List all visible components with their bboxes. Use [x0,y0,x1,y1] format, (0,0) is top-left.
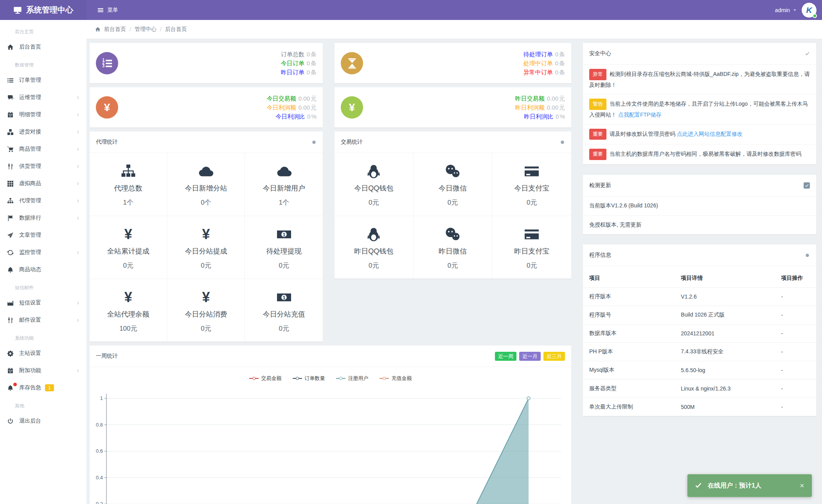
chevron-right-icon [76,250,80,255]
sidebar-item-进货对接[interactable]: 进货对接 [0,123,86,140]
sidebar-section-label: 系统功能 [0,329,86,345]
gear-icon [7,350,14,357]
sidebar-item-主站设置[interactable]: 主站设置 [0,345,86,362]
checkbox-checked-icon[interactable] [804,182,810,189]
security-panel: 安全中心 异常检测到根目录存在压缩包秋云商城-特供版_AaBDF.zip，为避免… [583,43,816,164]
calendar-icon [7,112,14,118]
table-header: 项目操作 [781,269,816,288]
menu-bars-icon [97,7,104,13]
alert-badge: 重要 [589,149,606,160]
bell-icon [7,385,14,391]
panel-toggle-icon[interactable] [311,140,317,145]
table-header: 项目详情 [681,269,781,288]
stat-cell: ¥今日分站提成0元 [167,216,245,279]
avatar[interactable]: K [802,3,817,18]
stat-label: 昨日支付宝 [492,247,571,256]
sidebar-item-虚拟商品[interactable]: 虚拟商品 [0,175,86,192]
range-button-近三月[interactable]: 近三月 [543,352,565,361]
power-icon [7,418,14,425]
sidebar-item-label: 库存告急 [19,384,41,391]
card-icon [492,225,571,243]
app-brand[interactable]: 系统管理中心 [0,0,86,20]
stat-label: 全站代理余额 [90,310,167,319]
table-cell: 500M [681,398,781,416]
chevron-right-icon [76,95,80,100]
svg-text:1: 1 [282,232,286,238]
sidebar-item-数据排行[interactable]: 数据排行 [0,209,86,227]
sidebar-item-label: 明细管理 [19,111,41,118]
menu-toggle[interactable]: 菜单 [97,7,118,14]
legend-item[interactable]: 充值金额 [380,375,412,382]
sidebar-item-明细管理[interactable]: 明细管理 [0,106,86,123]
stat-line: 订单总数0条 [281,50,317,59]
sidebar-item-文章管理[interactable]: 文章管理 [0,227,86,244]
grid-icon [7,180,14,187]
app-title: 系统管理中心 [26,5,73,15]
table-row: PH P版本7.4.33非线程安全- [583,343,816,361]
alert-badge: 重要 [589,129,606,140]
sidebar-item-短信设置[interactable]: 短信设置 [0,294,86,311]
card-icon [492,162,571,180]
table-cell: Build 1026 正式版 [681,306,781,324]
table-cell: Mysql版本 [583,361,681,380]
svg-text:0.4: 0.4 [96,475,103,481]
sitemap-icon [90,162,167,180]
range-button-近一月[interactable]: 近一月 [519,352,541,361]
user-menu[interactable]: admin [775,7,797,13]
range-button-近一周[interactable]: 近一周 [495,352,516,361]
close-icon[interactable] [799,483,805,488]
sidebar-item-库存告急[interactable]: 库存告急1 [0,379,86,396]
sidebar-item-商品动态[interactable]: 商品动态 [0,261,86,278]
sidebar-item-订单管理[interactable]: 订单管理 [0,72,86,89]
update-row: 当前版本V1.2.6 (Build 1026) [583,196,816,216]
table-cell: - [781,380,816,398]
breadcrumb-item[interactable]: 前台首页 [104,26,126,33]
comments-icon [7,94,14,101]
sidebar-item-附加功能[interactable]: 附加功能 [0,362,86,379]
sidebar-item-退出后台[interactable]: 退出后台 [0,412,86,430]
qq-icon [335,162,413,180]
summary-card: 待处理订单0条处理中订单0条异常中订单0条 [335,43,571,83]
sidebar-section-label: 其他 [0,396,86,412]
table-cell: - [781,288,816,306]
sidebar-item-label: 供货管理 [19,163,41,170]
money-icon: 1 [245,225,323,243]
stat-label: 全站累计提成 [90,247,167,256]
table-row: 服务器类型Linux & nginx/1.26.3- [583,380,816,398]
notification-dot [13,383,17,386]
legend-item[interactable]: 订单数量 [293,375,325,382]
table-cell: - [781,398,816,416]
program-info-panel: 程序信息 项目项目详情项目操作程序版本V1.2.6-程序版号Build 1026… [583,245,816,416]
menu-label: 菜单 [107,7,118,14]
sidebar-item-运维管理[interactable]: 运维管理 [0,89,86,106]
panel-toggle-icon[interactable] [560,140,565,145]
industry-icon [7,300,14,306]
sidebar-item-商品管理[interactable]: 商品管理 [0,140,86,158]
sidebar-item-监控管理[interactable]: 监控管理 [0,244,86,261]
toast-text: 在线用户：预计1人 [708,482,761,490]
stat-label: 代理总数 [90,184,167,193]
legend-item[interactable]: 交易金额 [249,375,282,382]
sidebar-item-邮件设置[interactable]: 邮件设置 [0,311,86,329]
sidebar: 后台主页后台首页数据管理订单管理运维管理明细管理进货对接商品管理供货管理虚拟商品… [0,20,86,504]
sidebar-item-label: 主站设置 [19,350,41,357]
stat-cell: 今日新增分站0个 [167,153,245,216]
qq-icon [335,225,413,243]
sidebar-item-后台首页[interactable]: 后台首页 [0,38,86,56]
stat-cell: 昨日支付宝0元 [492,216,571,279]
chevron-right-icon [76,369,80,373]
breadcrumb-item[interactable]: 管理中心 [135,26,156,33]
agent-stats-panel: 代理统计 代理总数1个今日新增分站0个今日新增用户1个¥全站累计提成0元¥今日分… [90,131,323,342]
legend-marker [336,378,345,379]
table-cell: 程序版号 [583,306,681,324]
panel-toggle-icon[interactable] [805,253,810,258]
stat-line: 今日利润比0% [267,112,317,121]
security-link[interactable]: 点此进入网站信息配置修改 [677,131,743,137]
sidebar-item-代理管理[interactable]: 代理管理 [0,192,86,209]
security-link[interactable]: 点我配置FTP储存 [618,112,661,118]
stat-label: 今日支付宝 [492,184,571,193]
stat-cell: ¥全站累计提成0元 [90,216,167,279]
sidebar-item-供货管理[interactable]: 供货管理 [0,158,86,175]
legend-item[interactable]: 注册用户 [336,375,369,382]
sidebar-item-label: 商品管理 [19,146,41,153]
